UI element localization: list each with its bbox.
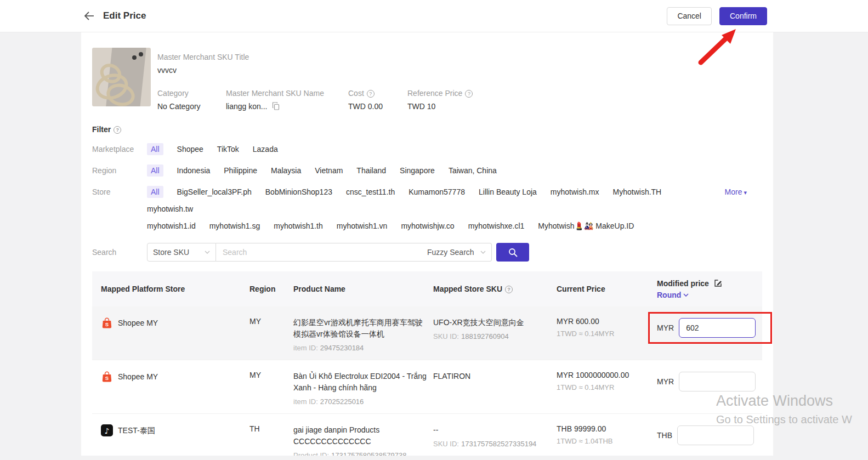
store-option[interactable]: BobMinionShop123: [265, 186, 332, 198]
exchange-rate: 1TWD ≈ 0.14MYR: [557, 330, 643, 338]
region-option[interactable]: All: [147, 164, 163, 177]
product-id: Product ID:1731757580538579738: [293, 451, 427, 456]
product-image: [92, 48, 151, 106]
store-name: Shopee MY: [118, 371, 158, 383]
mapped-sku: FLATIRON: [433, 371, 550, 382]
currency-label: MYR: [657, 372, 674, 391]
svg-text:♪: ♪: [105, 427, 110, 435]
table-row: ♪ TEST-泰国 TH gai jiage danpin Products C…: [92, 413, 762, 456]
search-icon: [508, 248, 518, 257]
product-name: Bàn Ủi Khô Electrolux EDI2004 - Trắng Xa…: [293, 371, 427, 394]
region-option[interactable]: Philippine: [224, 164, 257, 177]
cancel-button[interactable]: Cancel: [667, 7, 712, 25]
marketplace-option[interactable]: Lazada: [253, 143, 278, 155]
svg-text:S: S: [105, 375, 109, 381]
search-input[interactable]: [216, 243, 422, 262]
product-summary: Master Merchant SKU Title vvvcv Category…: [81, 32, 773, 111]
cost-value: TWD 0.00: [348, 102, 407, 111]
product-id: item ID:27025225016: [293, 397, 427, 406]
current-price: MYR 1000000000.00: [557, 371, 643, 379]
product-id: item ID:29475230184: [293, 344, 427, 352]
sku-title-value: vvvcv: [157, 66, 762, 75]
marketplace-option[interactable]: TikTok: [217, 143, 239, 155]
store-name: Shopee MY: [118, 317, 158, 329]
store-option[interactable]: Lillin Beauty Loja: [479, 186, 537, 198]
region-value: MY: [249, 317, 293, 352]
sku-help-icon[interactable]: ?: [505, 286, 513, 293]
region-option[interactable]: Thailand: [356, 164, 386, 177]
store-option[interactable]: myhotwish1.sg: [209, 220, 260, 232]
sku-title-label: Master Merchant SKU Title: [157, 53, 762, 61]
reference-price-help-icon[interactable]: ?: [465, 90, 473, 98]
category-label: Category: [157, 89, 226, 98]
col-header-store: Mapped Platform Store: [92, 285, 249, 293]
store-filter-row: Store AllBigSeller_local3PF.phBobMinionS…: [81, 186, 773, 232]
round-dropdown[interactable]: Round: [657, 291, 689, 299]
store-option[interactable]: myhotwishjw.co: [401, 220, 454, 232]
shopee-icon: S: [101, 317, 113, 329]
region-option[interactable]: Indonesia: [177, 164, 211, 177]
col-header-product: Product Name: [293, 285, 433, 293]
edit-price-panel: Master Merchant SKU Title vvvcv Category…: [81, 32, 773, 456]
marketplace-option[interactable]: Shopee: [177, 143, 203, 155]
back-arrow-icon: [83, 10, 95, 21]
top-bar: Edit Price Cancel Confirm: [0, 0, 868, 32]
col-header-region: Region: [249, 285, 293, 293]
table-row: S Shopee MY MY Bàn Ủi Khô Electrolux EDI…: [92, 360, 762, 413]
store-option[interactable]: Myhotwish.TH: [613, 186, 662, 198]
product-name: gai jiage danpin Products CCCCCCCCCCCCCC: [293, 424, 427, 447]
store-option[interactable]: All: [147, 186, 163, 198]
reference-price-value: TWD 10: [407, 102, 473, 111]
mapped-sku: --: [433, 424, 550, 436]
store-option[interactable]: Kumamon57778: [409, 186, 465, 198]
col-header-modified: Modified price Round: [649, 279, 762, 299]
sku-name-value: liangg kon...: [226, 102, 348, 111]
category-value: No Category: [157, 102, 226, 111]
marketplace-option[interactable]: All: [147, 143, 163, 155]
copy-icon[interactable]: [272, 102, 280, 110]
store-option[interactable]: myhotwish1.id: [147, 220, 196, 232]
store-option[interactable]: Myhotwish💄🎎 MakeUp.ID: [538, 220, 634, 232]
modified-price-input[interactable]: [677, 425, 754, 445]
modified-price-input[interactable]: [679, 318, 756, 338]
chevron-down-icon: [480, 251, 486, 254]
store-option[interactable]: cnsc_test11.th: [346, 186, 395, 198]
region-option[interactable]: Singapore: [400, 164, 435, 177]
filter-title: Filter?: [81, 111, 773, 134]
sku-id: SKU ID:1731757582527335194: [433, 440, 550, 448]
edit-icon[interactable]: [714, 279, 722, 287]
col-header-sku: Mapped Store SKU?: [433, 285, 557, 293]
sku-name-label: Master Merchant SKU Name: [226, 89, 348, 98]
store-option[interactable]: myhotwishxe.cl1: [468, 220, 525, 232]
cost-help-icon[interactable]: ?: [367, 90, 375, 98]
chevron-down-icon: [205, 251, 210, 254]
store-more-button[interactable]: More▾: [725, 186, 747, 198]
chevron-down-icon: ▾: [744, 189, 747, 196]
table-header: Mapped Platform Store Region Product Nam…: [92, 271, 762, 306]
svg-text:S: S: [105, 321, 109, 327]
back-button[interactable]: [83, 10, 95, 21]
region-option[interactable]: Vietnam: [315, 164, 343, 177]
cost-label: Cost?: [348, 89, 407, 98]
confirm-button[interactable]: Confirm: [719, 7, 767, 25]
search-field-select[interactable]: Store SKU: [147, 243, 216, 262]
region-option[interactable]: Taiwan, China: [449, 164, 497, 177]
modified-price-input[interactable]: [679, 372, 756, 391]
search-label: Search: [92, 246, 147, 258]
store-name: TEST-泰国: [118, 424, 155, 436]
region-option[interactable]: Malaysia: [271, 164, 301, 177]
price-table: Mapped Platform Store Region Product Nam…: [92, 271, 762, 456]
tiktok-icon: ♪: [101, 424, 113, 436]
store-option[interactable]: myhotwish1.vn: [337, 220, 388, 232]
filter-help-icon[interactable]: ?: [114, 126, 121, 134]
store-option[interactable]: BigSeller_local3PF.ph: [177, 186, 252, 198]
search-button[interactable]: [496, 243, 529, 262]
region-label: Region: [92, 164, 147, 177]
store-option[interactable]: myhotwish.mx: [551, 186, 599, 198]
marketplace-filter-row: Marketplace AllShopeeTikTokLazada: [81, 143, 773, 155]
search-mode-select[interactable]: Fuzzy Search: [422, 243, 492, 262]
store-option[interactable]: myhotwish.tw: [147, 203, 193, 215]
exchange-rate: 1TWD ≈ 1.04THB: [557, 437, 643, 445]
store-option[interactable]: myhotwish1.th: [274, 220, 322, 232]
table-row: S Shopee MY MY 幻影星空vr游戏机摩托车商用赛车驾驶模拟器vr体验…: [92, 306, 762, 360]
